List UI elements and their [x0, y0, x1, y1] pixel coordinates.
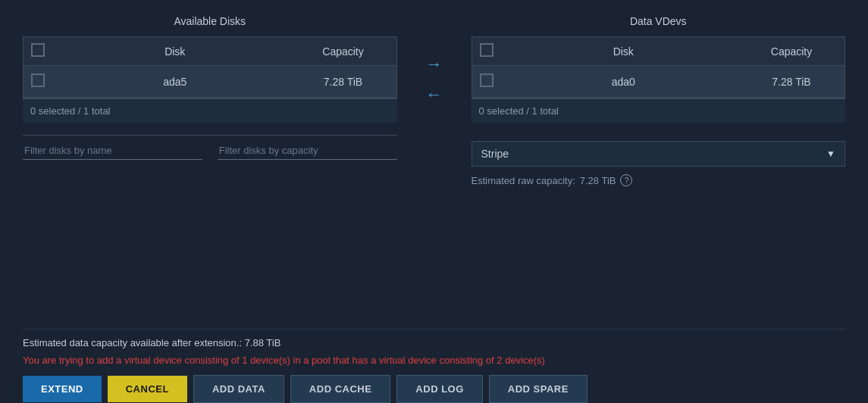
cancel-button[interactable]: CANCEL: [108, 376, 187, 402]
right-panel-title: Data VDevs: [472, 15, 846, 27]
button-bar: EXTEND CANCEL ADD DATA ADD CACHE ADD LOG…: [23, 375, 845, 403]
vdev-disk-row[interactable]: ada0 7.28 TiB: [472, 66, 845, 98]
available-disk-name: ada5: [60, 76, 290, 88]
estimated-raw-label: Estimated raw capacity:: [472, 175, 575, 186]
extend-button[interactable]: EXTEND: [23, 376, 102, 402]
available-disk-capacity: 7.28 TiB: [298, 76, 389, 88]
stripe-area: Stripe ▼ Estimated raw capacity: 7.28 Ti…: [472, 135, 846, 186]
vdev-row-checkbox[interactable]: [480, 73, 501, 89]
warning-text: You are trying to add a virtual device c…: [23, 355, 845, 366]
left-panel-title: Available Disks: [23, 15, 397, 27]
available-selection-info: 0 selected / 1 total: [23, 98, 397, 123]
vdevs-capacity-col-header: Capacity: [746, 45, 837, 58]
arrow-left-button[interactable]: ←: [420, 83, 449, 106]
available-disks-header: Disk Capacity: [24, 37, 396, 66]
filter-capacity-input[interactable]: [218, 142, 397, 160]
vdevs-selection-info: 0 selected / 1 total: [472, 98, 846, 123]
estimated-raw-value: 7.28 TiB: [580, 175, 616, 186]
filter-area: [23, 135, 397, 160]
vdev-disk-capacity: 7.28 TiB: [746, 76, 837, 88]
vdev-disk-name: ada0: [509, 76, 739, 88]
bottom-area: Estimated data capacity available after …: [23, 329, 845, 403]
add-data-button[interactable]: ADD DATA: [193, 375, 284, 403]
available-capacity-col-header: Capacity: [298, 45, 389, 58]
available-disk-row[interactable]: ada5 7.28 TiB: [24, 66, 396, 98]
data-vdevs-table: Disk Capacity ada0 7.28 TiB: [472, 36, 846, 98]
data-vdevs-header: Disk Capacity: [472, 37, 845, 66]
estimated-data-capacity-text: Estimated data capacity available after …: [23, 337, 845, 348]
available-disks-table: Disk Capacity ada5 7.28 TiB: [23, 36, 397, 98]
available-select-all-checkbox[interactable]: [31, 43, 52, 59]
vdevs-disk-col-header: Disk: [509, 45, 739, 58]
filter-name-input[interactable]: [23, 142, 202, 160]
vdevs-select-all-checkbox[interactable]: [480, 43, 501, 59]
add-spare-button[interactable]: ADD SPARE: [489, 375, 588, 403]
arrow-right-button[interactable]: →: [420, 53, 449, 76]
help-icon[interactable]: ?: [620, 174, 632, 186]
available-disk-col-header: Disk: [60, 45, 290, 58]
add-log-button[interactable]: ADD LOG: [396, 375, 482, 403]
transfer-arrows: → ←: [412, 53, 456, 106]
stripe-dropdown-icon: ▼: [826, 148, 835, 159]
add-cache-button[interactable]: ADD CACHE: [290, 375, 391, 403]
stripe-select[interactable]: Stripe ▼: [472, 141, 846, 167]
stripe-label: Stripe: [481, 148, 509, 160]
available-row-checkbox[interactable]: [31, 73, 52, 89]
estimated-raw-capacity: Estimated raw capacity: 7.28 TiB ?: [472, 174, 846, 186]
